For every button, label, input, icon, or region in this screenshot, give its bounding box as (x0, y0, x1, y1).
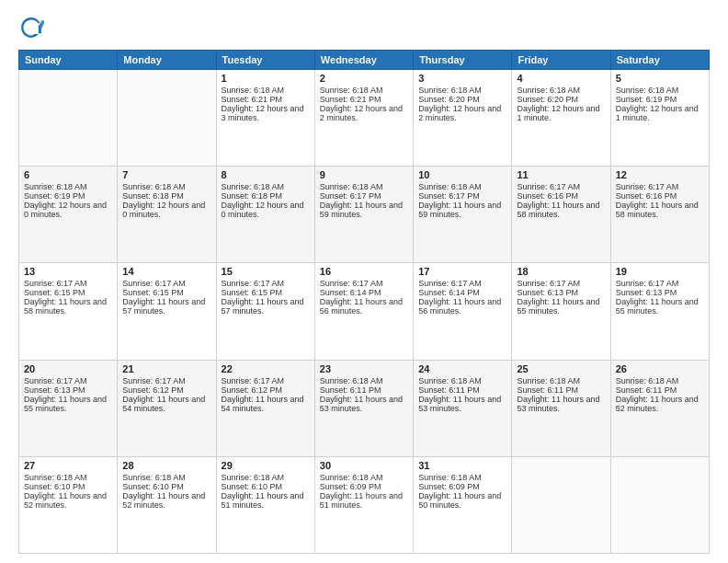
day-info: Sunset: 6:13 PM (517, 288, 605, 297)
calendar-cell: 20Sunrise: 6:17 AMSunset: 6:13 PMDayligh… (19, 360, 118, 456)
day-info: Sunset: 6:12 PM (122, 385, 210, 395)
day-info: Sunset: 6:19 PM (24, 191, 112, 201)
day-info: Daylight: 11 hours and 59 minutes. (320, 201, 408, 219)
day-info: Sunrise: 6:18 AM (418, 182, 506, 191)
day-info: Daylight: 11 hours and 56 minutes. (320, 297, 408, 316)
day-info: Daylight: 11 hours and 55 minutes. (517, 297, 605, 316)
day-info: Daylight: 11 hours and 57 minutes. (122, 297, 210, 316)
calendar-cell: 30Sunrise: 6:18 AMSunset: 6:09 PMDayligh… (314, 456, 413, 553)
day-info: Sunrise: 6:17 AM (418, 279, 506, 288)
day-info: Sunrise: 6:17 AM (616, 182, 704, 191)
day-info: Sunset: 6:11 PM (320, 385, 408, 395)
calendar-cell: 23Sunrise: 6:18 AMSunset: 6:11 PMDayligh… (314, 360, 413, 456)
day-info: Sunset: 6:11 PM (517, 385, 605, 395)
calendar-header-row: SundayMondayTuesdayWednesdayThursdayFrid… (19, 51, 710, 70)
day-info: Sunrise: 6:17 AM (122, 279, 210, 288)
day-info: Sunrise: 6:18 AM (320, 86, 408, 95)
calendar-cell: 7Sunrise: 6:18 AMSunset: 6:18 PMDaylight… (118, 167, 216, 263)
day-info: Sunset: 6:21 PM (320, 95, 408, 104)
calendar-week-row: 20Sunrise: 6:17 AMSunset: 6:13 PMDayligh… (19, 360, 710, 456)
day-info: Sunrise: 6:18 AM (320, 473, 408, 482)
calendar-cell (19, 70, 118, 167)
calendar-table: SundayMondayTuesdayWednesdayThursdayFrid… (18, 50, 710, 554)
day-info: Sunrise: 6:17 AM (222, 376, 310, 385)
day-info: Sunset: 6:17 PM (320, 191, 408, 201)
day-info: Daylight: 11 hours and 55 minutes. (24, 395, 112, 413)
calendar-cell: 10Sunrise: 6:18 AMSunset: 6:17 PMDayligh… (414, 167, 512, 263)
day-number: 15 (222, 266, 310, 277)
day-number: 4 (517, 73, 605, 84)
day-number: 11 (517, 169, 605, 180)
day-info: Sunset: 6:14 PM (418, 288, 506, 297)
day-number: 26 (616, 363, 704, 374)
calendar-cell: 6Sunrise: 6:18 AMSunset: 6:19 PMDaylight… (19, 167, 118, 263)
day-info: Daylight: 11 hours and 50 minutes. (418, 491, 506, 510)
day-info: Sunset: 6:18 PM (222, 191, 310, 201)
calendar-cell: 22Sunrise: 6:17 AMSunset: 6:12 PMDayligh… (216, 360, 314, 456)
day-number: 9 (320, 169, 408, 180)
calendar-cell: 2Sunrise: 6:18 AMSunset: 6:21 PMDaylight… (314, 70, 413, 167)
day-info: Sunset: 6:11 PM (616, 385, 704, 395)
page: SundayMondayTuesdayWednesdayThursdayFrid… (0, 0, 728, 563)
calendar-cell: 29Sunrise: 6:18 AMSunset: 6:10 PMDayligh… (216, 456, 314, 553)
day-info: Daylight: 12 hours and 1 minute. (517, 104, 605, 122)
day-number: 28 (122, 460, 210, 471)
calendar-cell: 27Sunrise: 6:18 AMSunset: 6:10 PMDayligh… (19, 456, 118, 553)
day-number: 19 (616, 266, 704, 277)
day-info: Daylight: 11 hours and 52 minutes. (616, 395, 704, 413)
calendar-cell: 5Sunrise: 6:18 AMSunset: 6:19 PMDaylight… (610, 70, 709, 167)
day-info: Sunrise: 6:18 AM (418, 473, 506, 482)
calendar-cell: 21Sunrise: 6:17 AMSunset: 6:12 PMDayligh… (118, 360, 216, 456)
day-info: Sunrise: 6:18 AM (320, 182, 408, 191)
calendar-cell: 4Sunrise: 6:18 AMSunset: 6:20 PMDaylight… (512, 70, 610, 167)
calendar-cell: 11Sunrise: 6:17 AMSunset: 6:16 PMDayligh… (512, 167, 610, 263)
day-info: Sunrise: 6:18 AM (222, 182, 310, 191)
day-number: 16 (320, 266, 408, 277)
calendar-week-row: 13Sunrise: 6:17 AMSunset: 6:15 PMDayligh… (19, 263, 710, 360)
day-info: Daylight: 11 hours and 54 minutes. (122, 395, 210, 413)
day-info: Daylight: 11 hours and 58 minutes. (517, 201, 605, 219)
header (18, 15, 710, 40)
calendar-week-row: 1Sunrise: 6:18 AMSunset: 6:21 PMDaylight… (19, 70, 710, 167)
calendar-cell: 12Sunrise: 6:17 AMSunset: 6:16 PMDayligh… (610, 167, 709, 263)
day-info: Sunset: 6:12 PM (222, 385, 310, 395)
day-info: Daylight: 11 hours and 53 minutes. (517, 395, 605, 413)
day-number: 1 (222, 73, 310, 84)
day-info: Sunrise: 6:17 AM (517, 182, 605, 191)
day-info: Daylight: 11 hours and 51 minutes. (320, 491, 408, 510)
day-info: Daylight: 12 hours and 0 minutes. (24, 201, 112, 219)
day-number: 23 (320, 363, 408, 374)
day-info: Daylight: 11 hours and 54 minutes. (222, 395, 310, 413)
day-number: 21 (122, 363, 210, 374)
day-info: Sunset: 6:15 PM (222, 288, 310, 297)
day-info: Sunset: 6:21 PM (222, 95, 310, 104)
day-info: Sunset: 6:18 PM (122, 191, 210, 201)
calendar-cell: 31Sunrise: 6:18 AMSunset: 6:09 PMDayligh… (414, 456, 512, 553)
day-info: Sunrise: 6:18 AM (616, 376, 704, 385)
day-info: Sunset: 6:17 PM (418, 191, 506, 201)
calendar-cell: 13Sunrise: 6:17 AMSunset: 6:15 PMDayligh… (19, 263, 118, 360)
day-info: Sunset: 6:20 PM (418, 95, 506, 104)
day-info: Sunrise: 6:17 AM (24, 376, 112, 385)
calendar-cell: 17Sunrise: 6:17 AMSunset: 6:14 PMDayligh… (414, 263, 512, 360)
day-info: Sunrise: 6:18 AM (418, 376, 506, 385)
day-info: Daylight: 12 hours and 1 minute. (616, 104, 704, 122)
logo (18, 15, 48, 40)
calendar-cell: 25Sunrise: 6:18 AMSunset: 6:11 PMDayligh… (512, 360, 610, 456)
calendar-cell: 19Sunrise: 6:17 AMSunset: 6:13 PMDayligh… (610, 263, 709, 360)
calendar-cell: 24Sunrise: 6:18 AMSunset: 6:11 PMDayligh… (414, 360, 512, 456)
day-number: 18 (517, 266, 605, 277)
day-number: 3 (418, 73, 506, 84)
day-info: Sunset: 6:13 PM (24, 385, 112, 395)
day-info: Sunrise: 6:18 AM (517, 376, 605, 385)
day-info: Daylight: 11 hours and 56 minutes. (418, 297, 506, 316)
day-number: 5 (616, 73, 704, 84)
calendar-header-friday: Friday (512, 51, 610, 70)
day-info: Sunrise: 6:17 AM (222, 279, 310, 288)
day-number: 22 (222, 363, 310, 374)
day-info: Sunrise: 6:18 AM (122, 473, 210, 482)
day-number: 7 (122, 169, 210, 180)
day-info: Sunset: 6:16 PM (517, 191, 605, 201)
day-info: Daylight: 11 hours and 52 minutes. (24, 491, 112, 510)
day-number: 30 (320, 460, 408, 471)
